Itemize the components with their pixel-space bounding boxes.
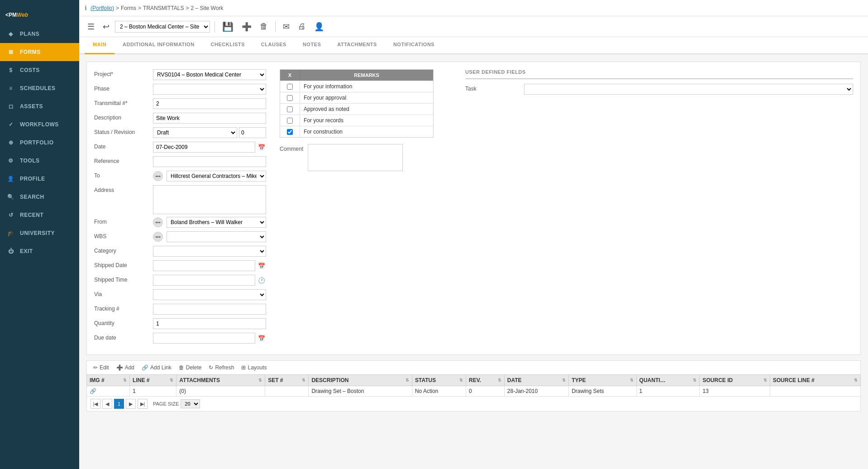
add-link-button[interactable]: 🔗 Add Link [139, 363, 174, 372]
cell-source-id: 13 [700, 386, 770, 397]
tab-main[interactable]: MAIN [85, 37, 114, 54]
sidebar-item-tools[interactable]: ⚙ TOOLS [0, 152, 79, 170]
shipped-time-label: Shipped Time [94, 275, 153, 283]
save-button[interactable]: 💾 [219, 19, 236, 34]
status-select[interactable]: Draft [153, 127, 237, 138]
via-select[interactable] [153, 289, 266, 300]
remarks-checkbox-1[interactable] [287, 95, 293, 101]
date-input[interactable] [153, 142, 255, 153]
tab-additional-information[interactable]: ADDITIONAL INFORMATION [114, 37, 202, 54]
refresh-label: Refresh [215, 364, 234, 371]
person-button[interactable]: 👤 [311, 20, 327, 34]
breadcrumb-portfolio[interactable]: (Portfolio) [91, 5, 114, 11]
remarks-checkbox-2[interactable] [287, 106, 293, 112]
tab-notifications[interactable]: NOTIFICATIONS [385, 37, 443, 54]
sidebar-item-workflows[interactable]: ✓ WORKFLOWS [0, 115, 79, 134]
shipped-date-calendar-icon[interactable]: 📅 [257, 262, 266, 270]
to-select[interactable]: Hillcrest General Contractors – Mike Ma [167, 171, 266, 182]
email-button[interactable]: ✉ [280, 20, 292, 34]
sidebar-item-plans[interactable]: ◈ PLANS [0, 25, 79, 43]
sort-line-icon[interactable]: ⇅ [170, 378, 173, 383]
revision-input[interactable] [239, 127, 266, 138]
next-page-button[interactable]: ▶ [126, 399, 136, 409]
sidebar-item-search[interactable]: 🔍 SEARCH [0, 188, 79, 206]
shipped-time-input[interactable] [153, 275, 255, 286]
sort-rev-icon[interactable]: ⇅ [498, 378, 501, 383]
prev-page-button[interactable]: ◀ [102, 399, 112, 409]
sort-source-line-icon[interactable]: ⇅ [854, 378, 858, 383]
undo-button[interactable]: ↩ [100, 20, 112, 34]
sidebar-item-assets[interactable]: ◻ ASSETS [0, 97, 79, 115]
sort-source-id-icon[interactable]: ⇅ [763, 378, 767, 383]
quantity-field-row: Quantity [94, 318, 266, 330]
table-row[interactable]: 🔗 1 (0) Drawing Set – Boston No Action 0… [87, 386, 861, 397]
remarks-checkbox-4[interactable] [287, 129, 293, 135]
remarks-checkbox-0[interactable] [287, 84, 293, 90]
tracking-input[interactable] [153, 304, 266, 315]
refresh-button[interactable]: ↻ Refresh [206, 363, 237, 372]
quantity-input[interactable] [153, 318, 266, 329]
transmittal-input[interactable] [153, 98, 266, 109]
sort-attachments-icon[interactable]: ⇅ [258, 378, 262, 383]
sidebar-item-schedules[interactable]: ≡ SCHEDULES [0, 79, 79, 97]
sort-quantity-icon[interactable]: ⇅ [693, 378, 696, 383]
layouts-button[interactable]: ⊞ Layouts [238, 363, 269, 372]
due-date-calendar-icon[interactable]: 📅 [257, 334, 266, 343]
info-icon[interactable]: ℹ [85, 5, 87, 11]
sidebar-item-portfolio[interactable]: ⊕ PORTFOLIO [0, 134, 79, 152]
to-dots-button[interactable]: ••• [153, 171, 163, 181]
edit-button[interactable]: ✏ Edit [91, 363, 112, 372]
sidebar-item-recent[interactable]: ↺ RECENT [0, 206, 79, 224]
sidebar-item-forms[interactable]: ⊞ FORMS [0, 43, 79, 61]
project-select[interactable]: RVS0104 – Boston Medical Center [153, 69, 266, 80]
first-page-button[interactable]: |◀ [91, 399, 100, 409]
sort-img-icon[interactable]: ⇅ [123, 378, 127, 383]
wbs-select[interactable] [167, 231, 266, 242]
sidebar-item-university[interactable]: 🎓 UNIVERSITY [0, 224, 79, 242]
shipped-date-input[interactable] [153, 260, 255, 271]
reference-input[interactable] [153, 156, 266, 167]
sidebar-item-costs[interactable]: $ COSTS [0, 61, 79, 79]
remarks-row-4: For construction [280, 126, 433, 137]
category-select[interactable] [153, 246, 266, 257]
list-view-button[interactable]: ☰ [85, 20, 97, 34]
tab-clauses[interactable]: CLAUSES [253, 37, 295, 54]
sidebar-item-plans-label: PLANS [20, 31, 39, 37]
comment-textarea[interactable] [308, 144, 403, 171]
sort-status-icon[interactable]: ⇅ [459, 378, 463, 383]
date-calendar-icon[interactable]: 📅 [257, 143, 266, 152]
col-header-source-line: SOURCE LINE # ⇅ [770, 375, 860, 386]
col-header-quantity: QUANTI… ⇅ [636, 375, 700, 386]
sidebar-item-exit[interactable]: ⏻ EXIT [0, 242, 79, 260]
address-textarea[interactable] [153, 185, 266, 214]
wbs-dots-button[interactable]: ••• [153, 232, 163, 242]
delete-button[interactable]: 🗑 [257, 20, 271, 33]
description-input-wrapper [153, 113, 266, 124]
sidebar-item-profile[interactable]: 👤 PROFILE [0, 170, 79, 188]
remarks-checkbox-3[interactable] [287, 118, 293, 124]
tab-attachments[interactable]: ATTACHMENTS [329, 37, 385, 54]
add-button[interactable]: ➕ [239, 20, 254, 34]
last-page-button[interactable]: ▶| [138, 399, 148, 409]
phase-select[interactable] [153, 84, 266, 95]
sort-type-icon[interactable]: ⇅ [630, 378, 634, 383]
due-date-input[interactable] [153, 333, 255, 344]
tab-checklists[interactable]: CHECKLISTS [203, 37, 253, 54]
shipped-time-clock-icon[interactable]: 🕐 [257, 276, 266, 285]
print-button[interactable]: 🖨 [295, 20, 309, 33]
sort-description-icon[interactable]: ⇅ [405, 378, 409, 383]
sort-date-icon[interactable]: ⇅ [562, 378, 566, 383]
from-dots-button[interactable]: ••• [153, 217, 163, 227]
from-select[interactable]: Boland Brothers – Will Walker [167, 217, 266, 228]
breadcrumb-forms: Forms [121, 5, 136, 11]
col-header-rev: REV. ⇅ [466, 375, 504, 386]
tab-notes[interactable]: NOTES [295, 37, 329, 54]
sort-set-num-icon[interactable]: ⇅ [302, 378, 305, 383]
remarks-text-0: For your information [300, 81, 433, 92]
page-size-select[interactable]: 20 [181, 399, 200, 408]
delete-row-button[interactable]: 🗑 Delete [176, 363, 205, 372]
project-dropdown[interactable]: 2 – Boston Medical Center – Site Wor [115, 21, 210, 33]
description-input[interactable] [153, 113, 266, 124]
add-row-button[interactable]: ➕ Add [114, 363, 137, 372]
task-select[interactable] [524, 84, 853, 95]
